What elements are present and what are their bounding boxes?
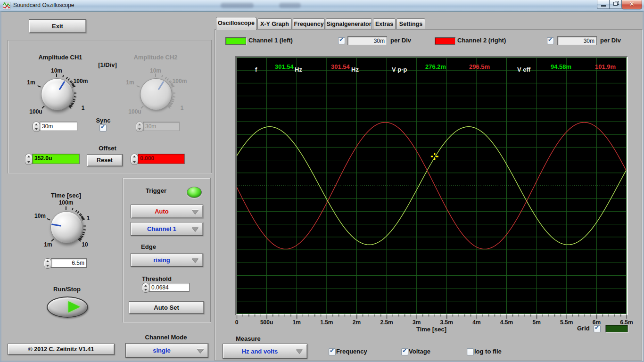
amplitude-ch2-knob[interactable] <box>140 78 172 110</box>
sync-checkbox[interactable] <box>99 124 107 132</box>
time-spinner[interactable] <box>44 258 51 269</box>
log-to-file-checkbox[interactable] <box>467 348 474 355</box>
app-icon <box>3 2 10 9</box>
tab-signalgenerator[interactable]: Signalgenerator <box>326 18 372 29</box>
close-button[interactable]: ✕ <box>621 0 642 9</box>
restore-button[interactable] <box>609 0 623 9</box>
amplitude-unit-label: [1/Div] <box>96 61 119 68</box>
run-stop-button[interactable] <box>47 296 88 318</box>
frequency-checkbox[interactable] <box>329 348 336 355</box>
scope-display[interactable] <box>235 56 628 315</box>
x-tick-label: 5.5m <box>553 319 581 326</box>
knob-tick <box>83 230 86 230</box>
knob-tick <box>75 210 77 212</box>
measurement-ch1-vpp: 276.2m <box>425 63 446 70</box>
chevron-down-icon <box>192 210 198 214</box>
minimize-button[interactable] <box>597 0 611 9</box>
channel1-per-div-value[interactable]: 30m <box>347 36 387 45</box>
knob-tick-label: 1 <box>177 105 187 111</box>
measurement-f-label: f <box>255 66 257 73</box>
channel1-enable-checkbox[interactable] <box>338 37 345 44</box>
threshold-spinner[interactable] <box>142 283 149 293</box>
exit-button[interactable]: Exit <box>29 19 86 33</box>
trigger-title: Trigger <box>140 187 173 194</box>
knob-tick <box>72 208 73 210</box>
minimize-icon <box>601 5 606 7</box>
x-tick-label: 2m <box>342 319 371 326</box>
run-stop-label: Run/Stop <box>43 286 91 293</box>
trigger-source-value: Channel 1 <box>131 222 192 235</box>
x-tick-marks <box>237 314 627 319</box>
threshold-value[interactable]: 0.0684 <box>149 283 190 292</box>
grid-color-swatch[interactable] <box>605 325 628 332</box>
knob-tick <box>47 219 50 221</box>
background-window-blur <box>221 3 254 8</box>
voltage-checkbox[interactable] <box>401 348 408 355</box>
grid-checkbox[interactable] <box>594 325 601 332</box>
tab-oscilloscope[interactable]: Oscilloscope <box>216 17 256 30</box>
measure-mode-dropdown[interactable]: Hz and volts <box>223 344 307 359</box>
time-value[interactable]: 6.5m <box>51 258 87 268</box>
amplitude-ch1-spinner[interactable] <box>33 122 40 132</box>
x-tick-label: 3.5m <box>432 319 461 326</box>
tab-settings[interactable]: Settings <box>396 18 425 29</box>
knob-tick-label: 10 <box>78 241 91 248</box>
channel2-enable-checkbox[interactable] <box>547 37 554 44</box>
voltage-label: Voltage <box>409 348 430 355</box>
tab-xy-graph[interactable]: X-Y Graph <box>257 18 292 29</box>
x-tick-label: 500u <box>253 319 281 326</box>
knob-tick <box>84 226 86 227</box>
grid-label: Grid <box>577 325 590 332</box>
x-tick-label: 1.5m <box>313 319 341 326</box>
knob-tick-label: 1m <box>25 79 38 86</box>
trigger-mode-dropdown[interactable]: Auto <box>131 205 203 218</box>
x-axis-title: Time [sec] <box>408 326 455 333</box>
offset-reset-button[interactable]: Reset <box>87 154 123 166</box>
trigger-groupbox <box>123 178 211 322</box>
app-window: Soundcard Oszilloscope ✕ Exit Amplitude … <box>0 0 644 362</box>
x-tick-label: 0 <box>223 319 251 326</box>
x-tick-label: 4m <box>462 319 491 326</box>
offset-ch2-value[interactable]: 0.000 <box>138 154 185 164</box>
trigger-edge-value: rising <box>131 254 192 266</box>
x-tick-label: 3m <box>403 319 431 326</box>
amplitude-ch1-value[interactable]: 30m <box>40 122 77 131</box>
knob-tick-label: 1m <box>41 241 55 248</box>
amplitude-ch2-value: 30m <box>143 122 180 131</box>
offset-ch2-spinner[interactable] <box>131 154 138 165</box>
trigger-edge-dropdown[interactable]: rising <box>131 253 203 267</box>
measurement-ch2-vpp: 296.5m <box>469 63 490 70</box>
measurement-ch2-veff: 101.9m <box>595 63 616 70</box>
measurement-vpp-label: V p-p <box>392 66 407 73</box>
channel-mode-label: Channel Mode <box>138 334 194 341</box>
sync-label: Sync <box>93 117 114 124</box>
channel2-per-div-value[interactable]: 30m <box>557 36 597 45</box>
time-knob[interactable] <box>50 211 83 243</box>
measure-label: Measure <box>236 335 261 342</box>
copyright-bar: © 2012 C. Zeitnitz V1.41 <box>8 344 115 355</box>
chevron-down-icon <box>192 227 198 231</box>
threshold-label: Threshold <box>142 275 170 282</box>
amplitude-ch1-knob[interactable] <box>41 78 73 110</box>
chevron-down-icon <box>192 258 198 263</box>
channel-mode-dropdown[interactable]: single <box>125 343 208 358</box>
trigger-source-dropdown[interactable]: Channel 1 <box>131 222 203 236</box>
trigger-mode-value: Auto <box>131 205 192 218</box>
tab-extras[interactable]: Extras <box>373 18 396 29</box>
amplitude-ch1-title: Amplitude CH1 <box>27 54 93 61</box>
edge-label: Edge <box>138 243 159 250</box>
x-tick-label: 1m <box>282 319 311 326</box>
chevron-down-icon <box>296 349 303 354</box>
frequency-label: Frequency <box>336 348 367 355</box>
x-tick-label: 2.5m <box>372 319 401 326</box>
tab-frequency[interactable]: Frequency <box>293 18 325 29</box>
channel-mode-value: single <box>126 344 198 357</box>
channel1-color-swatch <box>225 37 246 45</box>
offset-ch1-value[interactable]: 352.0u <box>32 154 80 164</box>
title-bar: Soundcard Oszilloscope ✕ <box>0 0 644 12</box>
offset-ch1-spinner[interactable] <box>25 154 33 165</box>
knob-tick-label: 1 <box>78 105 88 111</box>
measurement-ch2-freq: 301.54 <box>331 63 350 70</box>
window-title: Soundcard Oszilloscope <box>13 2 74 8</box>
auto-set-button[interactable]: Auto Set <box>129 301 204 314</box>
